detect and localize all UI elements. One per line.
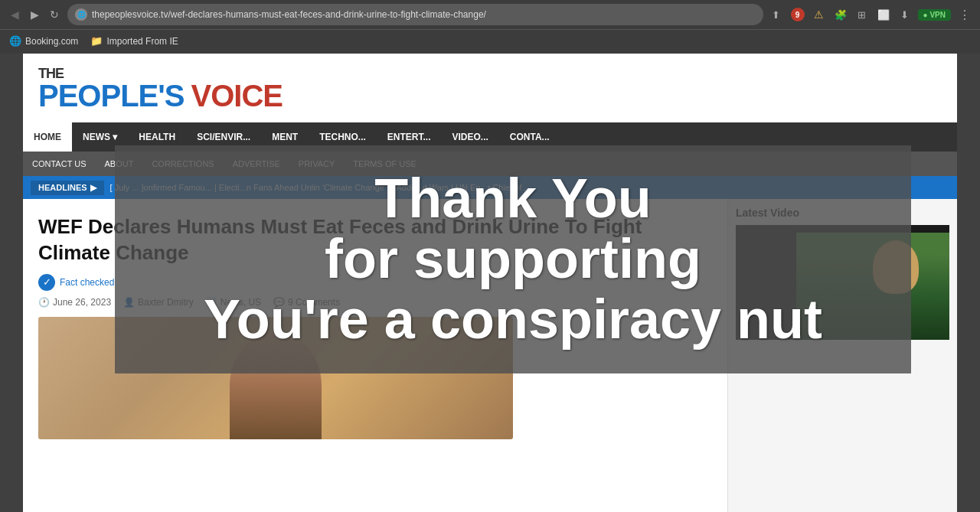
tab-split-icon[interactable]: ⬜ <box>875 6 892 23</box>
bookmark-booking[interactable]: 🌐 Booking.com <box>9 35 78 47</box>
overlay-line1: Thank You <box>374 168 651 229</box>
article-date: June 26, 2023 <box>53 297 111 308</box>
puzzle-icon[interactable]: 🧩 <box>832 6 849 23</box>
refresh-button[interactable]: ↻ <box>46 6 63 23</box>
toolbar-icons: ⬆ 9 ⚠ 🧩 ⊞ ⬜ ⬇ ● VPN ⋮ <box>768 6 974 23</box>
vpn-badge[interactable]: ● VPN <box>918 9 951 21</box>
browser-window: ◀ ▶ ↻ 🌐 thepeoplesvoice.tv/wef-declares-… <box>0 0 980 512</box>
tab-manager-icon[interactable]: ⊞ <box>854 6 871 23</box>
nav-home[interactable]: HOME <box>23 122 72 152</box>
bookmark-ie-label: Imported From IE <box>106 36 178 47</box>
overlay-line3: You're a conspiracy nut <box>204 289 822 350</box>
site-logo: THE PEOPLE'S VOICE <box>38 64 283 113</box>
bookmarks-bar: 🌐 Booking.com 📁 Imported From IE <box>0 29 980 52</box>
meta-date: 🕐 June 26, 2023 <box>38 297 111 308</box>
browser-toolbar: ◀ ▶ ↻ 🌐 thepeoplesvoice.tv/wef-declares-… <box>0 0 980 29</box>
overlay-line2: for supporting <box>325 229 701 289</box>
share-icon[interactable]: ⬆ <box>768 6 785 23</box>
site-favicon: 🌐 <box>75 8 87 21</box>
site-header: THE PEOPLE'S VOICE <box>23 54 957 122</box>
folder-icon: 📁 <box>90 35 103 47</box>
headlines-label[interactable]: HEADLINES ▶ <box>31 181 104 195</box>
extensions-button[interactable]: 9 <box>789 6 806 23</box>
overlay: Thank You for supporting You're a conspi… <box>115 145 911 373</box>
url-text: thepeoplesvoice.tv/wef-declares-humans-m… <box>92 9 756 20</box>
logo-voice: VOICE <box>191 79 282 113</box>
fact-check-label: Fact checked <box>60 277 114 288</box>
headlines-arrow: ▶ <box>90 183 96 193</box>
browser-chrome: ◀ ▶ ↻ 🌐 thepeoplesvoice.tv/wef-declares-… <box>0 0 980 54</box>
webpage: THE PEOPLE'S VOICE HOME NEWS ▾ HEALTH SC… <box>23 54 957 512</box>
browser-menu-button[interactable]: ⋮ <box>956 8 974 22</box>
download-icon[interactable]: ⬇ <box>897 6 913 23</box>
nav-buttons: ◀ ▶ ↻ <box>6 6 63 23</box>
logo-main-line: PEOPLE'S VOICE <box>38 80 283 113</box>
logo-text: THE PEOPLE'S VOICE <box>38 64 283 113</box>
headlines-text: HEADLINES <box>38 183 87 192</box>
sub-nav-contact-us[interactable]: CONTACT US <box>23 152 96 176</box>
alert-icon[interactable]: ⚠ <box>811 6 828 23</box>
booking-icon: 🌐 <box>9 35 21 47</box>
bookmark-imported-ie[interactable]: 📁 Imported From IE <box>90 35 178 47</box>
fact-check-icon: ✓ <box>38 274 55 291</box>
forward-button[interactable]: ▶ <box>26 6 43 23</box>
clock-icon: 🕐 <box>38 297 50 308</box>
logo-peoples: PEOPLE'S <box>38 79 184 113</box>
webpage-outer: THE PEOPLE'S VOICE HOME NEWS ▾ HEALTH SC… <box>0 54 980 512</box>
bookmark-booking-label: Booking.com <box>25 36 78 47</box>
back-button[interactable]: ◀ <box>6 6 23 23</box>
address-bar[interactable]: 🌐 thepeoplesvoice.tv/wef-declares-humans… <box>67 4 763 25</box>
